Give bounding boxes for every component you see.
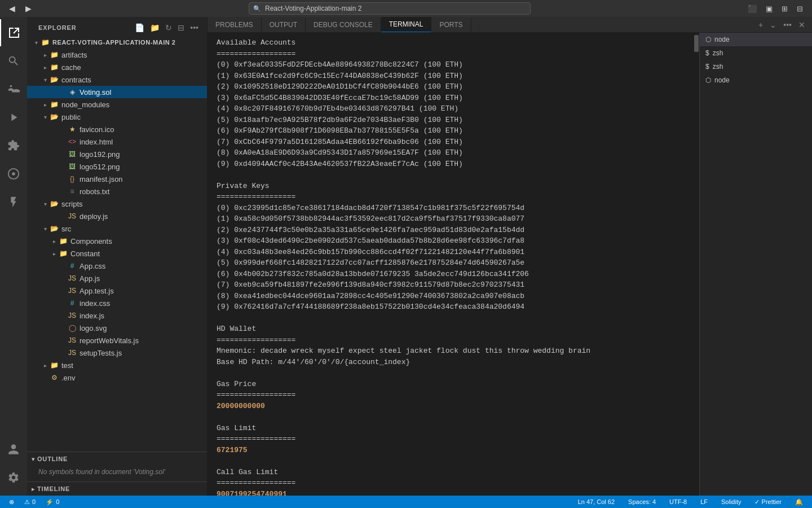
chevron-down-icon: ▾ [32,456,35,462]
tree-item-favicon[interactable]: ★ favicon.ico [27,123,207,135]
account-7: (7) 0xCbC64F9797a5D161285Adaa4EB66192f6b… [217,137,685,148]
tree-item-report-web-vitals[interactable]: JS reportWebVitals.js [27,334,207,347]
tree-item-index-html[interactable]: <> index.html [27,135,207,148]
tree-item-components[interactable]: ▸ 📁 Components [27,235,207,247]
activity-item-search[interactable] [0,47,27,75]
tab-ports[interactable]: PORTS [431,17,471,32]
tree-label-constant: Constant [70,249,207,258]
shell-item-node-1[interactable]: ⬡ node [700,33,812,46]
layout-btn-2[interactable]: ▣ [762,3,776,15]
js-file-icon: JS [68,212,77,221]
status-notifications[interactable]: 🔔 [792,496,806,508]
status-encoding[interactable]: UTF-8 [666,496,690,508]
warning-count: 0 [56,498,59,505]
layout-btn-3[interactable]: ⊞ [778,3,791,15]
new-file-button[interactable]: 📄 [133,23,146,33]
tree-item-index-js[interactable]: JS index.js [27,309,207,322]
activity-item-source-control[interactable] [0,76,27,103]
scrollbar-thumb[interactable] [694,35,699,52]
activity-item-remote[interactable] [0,160,27,187]
folder-icon: 📁 [50,361,59,370]
tree-item-logo-svg[interactable]: ◯ logo.svg [27,322,207,334]
activity-item-extensions[interactable] [0,132,27,159]
terminal-output[interactable]: Available Accounts ================== (0… [208,33,694,496]
activity-item-testing[interactable] [0,189,27,216]
tree-item-setup-tests[interactable]: JS setupTests.js [27,347,207,359]
tree-item-src[interactable]: ▾ 📂 src [27,222,207,235]
tree-item-robots[interactable]: ≡ robots.txt [27,185,207,198]
terminal-tabs: PROBLEMS OUTPUT DEBUG CONSOLE TERMINAL P… [208,17,812,33]
tree-item-artifacts[interactable]: ▸ 📁 artifacts [27,49,207,61]
forward-button[interactable]: ▶ [22,3,35,14]
tree-label-setup-tests: setupTests.js [80,349,207,357]
activity-item-explorer[interactable] [0,19,27,46]
chevron-down-icon: ▾ [41,77,50,83]
more-actions-button[interactable]: ••• [188,23,200,33]
timeline-header[interactable]: ▸ TIMELINE [27,482,207,496]
shell-item-zsh-1[interactable]: $ zsh [700,46,812,60]
outline-header[interactable]: ▾ OUTLINE [27,452,207,466]
shell-item-zsh-2[interactable]: $ zsh [700,60,812,73]
tree-item-deploy-js[interactable]: JS deploy.js [27,210,207,222]
activity-item-accounts[interactable] [0,436,27,463]
status-cursor[interactable]: Ln 47, Col 62 [575,496,618,508]
account-9: (9) 0xd4094AACf0c42B43Ae4620537fB22A3eae… [217,159,685,170]
shell-item-node-2[interactable]: ⬡ node [700,73,812,87]
status-language[interactable]: Solidity [718,496,744,508]
tree-item-app-test-js[interactable]: JS App.test.js [27,284,207,297]
folder-icon: 📁 [59,237,68,246]
shell-label-zsh-2: zsh [713,63,723,71]
sidebar-header: EXPLORER 📄 📁 ↻ ⊟ ••• [27,17,207,36]
terminal-kill-button[interactable]: ✕ [796,19,807,30]
tree-item-public[interactable]: ▾ 📂 public [27,111,207,123]
tab-terminal[interactable]: TERMINAL [381,17,432,32]
status-line-ending[interactable]: LF [697,496,711,508]
terminal-more-button[interactable]: ••• [781,19,794,30]
tree-item-index-css[interactable]: # index.css [27,297,207,309]
tab-debug-console[interactable]: DEBUG CONSOLE [306,17,381,32]
status-prettier[interactable]: ✓ Prettier [751,496,785,508]
tree-item-app-css[interactable]: # App.css [27,260,207,272]
tree-item-test[interactable]: ▸ 📁 test [27,359,207,371]
tab-problems[interactable]: PROBLEMS [208,17,262,32]
tree-item-contracts[interactable]: ▾ 📂 contracts [27,73,207,86]
activity-item-settings[interactable] [0,464,27,491]
tree-label-index-css: index.css [80,299,207,308]
status-remote[interactable]: ⊗ [6,496,17,508]
titlebar: ◀ ▶ 🔍 ⬛ ▣ ⊞ ⊟ [0,0,812,17]
refresh-button[interactable]: ↻ [164,23,174,33]
svg-point-1 [12,172,15,176]
folder-icon: 📁 [50,63,59,72]
tree-item-cache[interactable]: ▸ 📁 cache [27,61,207,73]
new-folder-button[interactable]: 📁 [148,23,161,33]
collapse-button[interactable]: ⊟ [176,23,186,33]
status-bar: ⊗ ⚠ 0 ⚡ 0 Ln 47, Col 62 Spaces: 4 UTF-8 … [0,496,812,508]
svg-file-icon: ◯ [68,323,77,332]
activity-item-run-debug[interactable] [0,104,27,131]
timeline-section: ▸ TIMELINE [27,481,207,496]
tab-output[interactable]: OUTPUT [262,17,306,32]
chevron-down-icon: ▾ [41,226,50,232]
account-4: (4) 0x8c207F849167670b9d7Eb4be03463d8762… [217,103,685,115]
tree-item-app-js[interactable]: JS App.js [27,272,207,284]
tree-root[interactable]: ▾ 📁 REACT-VOTING-APPLICATION-MAIN 2 [27,36,207,49]
tree-item-env[interactable]: ⚙ .env [27,371,207,384]
gas-price-value: 20000000000 [217,401,685,412]
tree-item-node-modules[interactable]: ▸ 📁 node_modules [27,98,207,111]
layout-btn-4[interactable]: ⊟ [793,3,806,15]
tree-item-logo192[interactable]: 🖼 logo192.png [27,148,207,160]
back-button[interactable]: ◀ [6,3,19,14]
status-warnings[interactable]: ⚡ 0 [42,496,63,508]
tree-item-voting-sol[interactable]: ◈ Voting.sol [27,86,207,98]
status-errors[interactable]: ⚠ 0 [21,496,39,508]
new-terminal-button[interactable]: + [756,19,765,30]
search-input[interactable] [249,2,531,15]
available-accounts-heading: Available Accounts [217,37,685,49]
tree-item-manifest[interactable]: {} manifest.json [27,173,207,185]
tree-item-constant[interactable]: ▸ 📁 Constant [27,247,207,260]
layout-btn-1[interactable]: ⬛ [744,3,760,15]
tree-item-scripts[interactable]: ▾ 📂 scripts [27,198,207,210]
tree-item-logo512[interactable]: 🖼 logo512.png [27,160,207,173]
status-spaces[interactable]: Spaces: 4 [625,496,659,508]
terminal-split-button[interactable]: ⌄ [767,19,779,30]
